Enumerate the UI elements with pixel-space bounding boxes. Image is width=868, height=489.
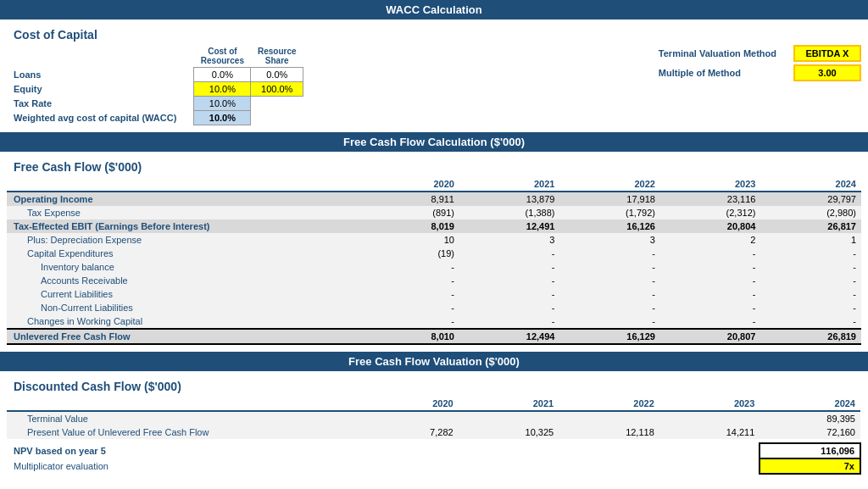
table-row: Inventory balance - - - - - [7, 260, 861, 274]
pv-2022: 12,118 [559, 425, 659, 439]
capex-2023: - [660, 247, 760, 260]
equity-share[interactable]: 100.0% [251, 82, 303, 97]
depreciation-2021: 3 [459, 233, 559, 247]
fcf-table: 2020 2021 2022 2023 2024 Operating Incom… [7, 177, 861, 345]
fcf-title: Free Cash Flow ($'000) [7, 155, 861, 177]
tv-2020 [358, 411, 459, 425]
tax-expense-2020: (891) [359, 206, 459, 219]
ebit-label: Tax-Effected EBIT (Earnings Before Inter… [7, 219, 359, 233]
ebit-2023: 20,804 [660, 219, 760, 233]
ar-2023: - [660, 274, 760, 287]
table-row: Tax Expense (891) (1,388) (1,792) (2,312… [7, 206, 861, 219]
tv-2022 [559, 411, 659, 425]
tax-rate-label: Tax Rate [7, 97, 194, 111]
wc-label: Changes in Working Capital [7, 314, 359, 329]
fcf-year-2022: 2022 [559, 177, 659, 192]
tv-2024: 89,395 [760, 411, 860, 425]
fcf-header: Free Cash Flow Calculation ($'000) [0, 132, 868, 152]
loans-share[interactable]: 0.0% [251, 68, 303, 82]
val-year-2022: 2022 [559, 397, 659, 411]
pv-2021: 10,325 [459, 425, 559, 439]
ebit-2024: 26,817 [760, 219, 861, 233]
ulfcf-2023: 20,807 [660, 329, 760, 344]
valuation-header: Free Cash Flow Valuation ($'000) [0, 352, 868, 371]
table-row: Present Value of Unlevered Free Cash Flo… [7, 425, 860, 439]
val-col-label [7, 397, 358, 411]
tax-rate-cost[interactable]: 10.0% [194, 97, 251, 111]
pv-2024: 72,160 [760, 425, 860, 439]
table-row: Current Liabilities - - - - - [7, 287, 861, 301]
cl-2023: - [660, 287, 760, 301]
tv-2021 [459, 411, 559, 425]
ulfcf-2021: 12,494 [459, 329, 559, 344]
table-row: Plus: Depreciation Expense 10 3 3 2 1 [7, 233, 861, 247]
table-row: Terminal Value 89,395 [7, 411, 860, 425]
wacc-cost[interactable]: 10.0% [194, 111, 251, 125]
ncl-2023: - [660, 301, 760, 314]
cl-2020: - [359, 287, 459, 301]
ncl-2024: - [760, 301, 861, 314]
depreciation-2023: 2 [660, 233, 760, 247]
table-row: Unlevered Free Cash Flow 8,010 12,494 16… [7, 329, 861, 344]
ulfcf-label: Unlevered Free Cash Flow [7, 329, 359, 344]
operating-income-2020: 8,911 [359, 192, 459, 206]
table-row: Weighted avg cost of capital (WACC) 10.0… [7, 111, 303, 125]
terminal-method-value[interactable]: EBITDA X [793, 45, 861, 62]
ulfcf-2022: 16,129 [559, 329, 659, 344]
mult-2021 [459, 458, 559, 474]
ulfcf-2024: 26,819 [760, 329, 861, 344]
npv-value: 116,096 [760, 443, 860, 458]
wc-2022: - [559, 314, 659, 329]
operating-income-label: Operating Income [7, 192, 359, 206]
loans-cost[interactable]: 0.0% [194, 68, 251, 82]
multiple-value[interactable]: 3.00 [793, 64, 861, 81]
val-year-2021: 2021 [459, 397, 559, 411]
depreciation-2022: 3 [559, 233, 659, 247]
ar-2024: - [760, 274, 861, 287]
mult-label: Multiplicator evaluation [7, 458, 358, 474]
ar-2021: - [459, 274, 559, 287]
ebit-2020: 8,019 [359, 219, 459, 233]
mult-2020 [358, 458, 459, 474]
val-year-2024: 2024 [760, 397, 860, 411]
capex-label: Capital Expenditures [7, 247, 359, 260]
tax-expense-2021: (1,388) [459, 206, 559, 219]
npv-2020 [358, 443, 459, 458]
table-row: Capital Expenditures (19) - - - - [7, 247, 861, 260]
depreciation-2024: 1 [760, 233, 861, 247]
terminal-valuation-section: Terminal Valuation Method EBITDA X Multi… [659, 45, 861, 81]
ncl-2021: - [459, 301, 559, 314]
wc-2024: - [760, 314, 861, 329]
ar-2020: - [359, 274, 459, 287]
equity-cost[interactable]: 10.0% [194, 82, 251, 97]
equity-label: Equity [7, 82, 194, 97]
table-row: Multiplicator evaluation 7x [7, 458, 860, 474]
ncl-2022: - [559, 301, 659, 314]
table-row: Changes in Working Capital - - - - - [7, 314, 861, 329]
val-year-2020: 2020 [358, 397, 459, 411]
npv-row: NPV based on year 5 116,096 [7, 443, 860, 458]
valuation-title: Discounted Cash Flow ($'000) [7, 375, 861, 397]
ncl-2020: - [359, 301, 459, 314]
npv-2021 [459, 443, 559, 458]
table-row: Non-Current Liabilities - - - - - [7, 301, 861, 314]
mult-value[interactable]: 7x [760, 458, 860, 474]
cost-of-capital-section: Cost of Capital Cost ofResources Resourc… [0, 19, 868, 132]
capex-2021: - [459, 247, 559, 260]
table-row: Tax-Effected EBIT (Earnings Before Inter… [7, 219, 861, 233]
wc-2023: - [660, 314, 760, 329]
loans-label: Loans [7, 68, 194, 82]
cost-of-capital-title: Cost of Capital [7, 23, 861, 45]
terminal-method-label: Terminal Valuation Method [659, 48, 776, 58]
cl-2021: - [459, 287, 559, 301]
inventory-2021: - [459, 260, 559, 274]
inventory-2022: - [559, 260, 659, 274]
capex-2022: - [559, 247, 659, 260]
fcf-year-2023: 2023 [660, 177, 760, 192]
npv-label: NPV based on year 5 [7, 443, 358, 458]
ar-2022: - [559, 274, 659, 287]
table-row: Operating Income 8,911 13,879 17,918 23,… [7, 192, 861, 206]
inventory-2023: - [660, 260, 760, 274]
ebit-2022: 16,126 [559, 219, 659, 233]
valuation-section: Discounted Cash Flow ($'000) 2020 2021 2… [0, 371, 868, 481]
